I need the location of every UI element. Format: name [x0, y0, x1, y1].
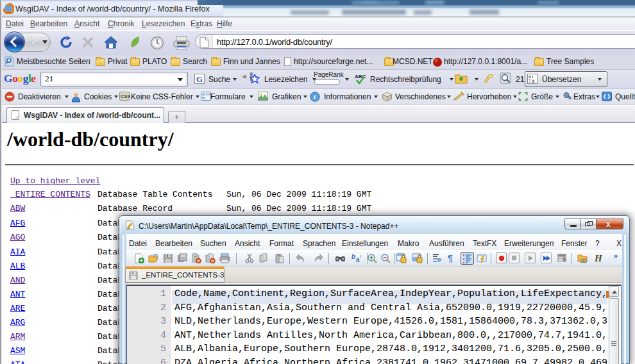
svg-text:¶: ¶ [448, 253, 453, 263]
svg-text:CSS: CSS [121, 94, 130, 99]
svg-text:ABC: ABC [355, 74, 366, 79]
svg-text:b: b [351, 253, 355, 260]
svg-text:G: G [196, 74, 203, 84]
svg-text:a ı: a ı [529, 74, 533, 79]
svg-text:a: a [356, 256, 360, 263]
svg-text:H: H [594, 253, 603, 263]
svg-text:7 ä: 7 ä [529, 79, 534, 83]
